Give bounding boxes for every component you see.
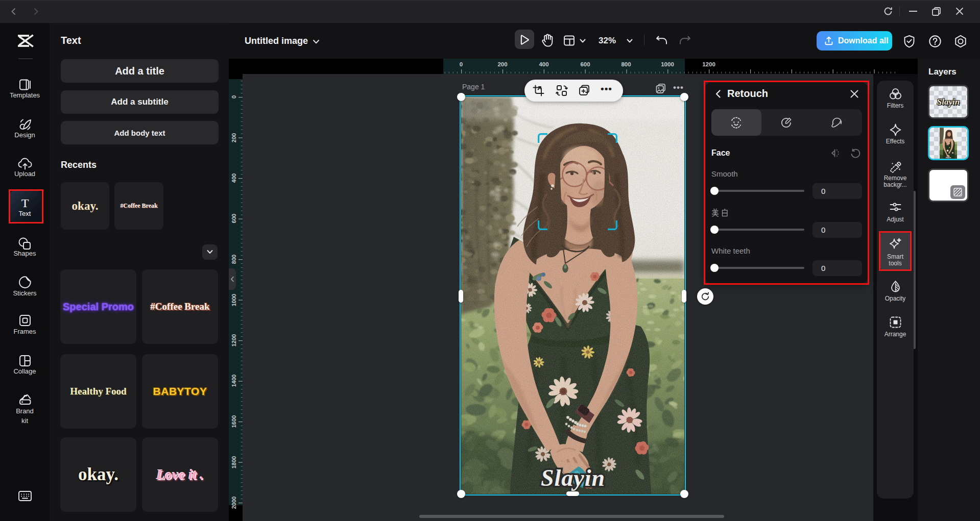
svg-text:Slayin: Slayin	[946, 156, 951, 159]
svg-text:T: T	[21, 196, 29, 210]
